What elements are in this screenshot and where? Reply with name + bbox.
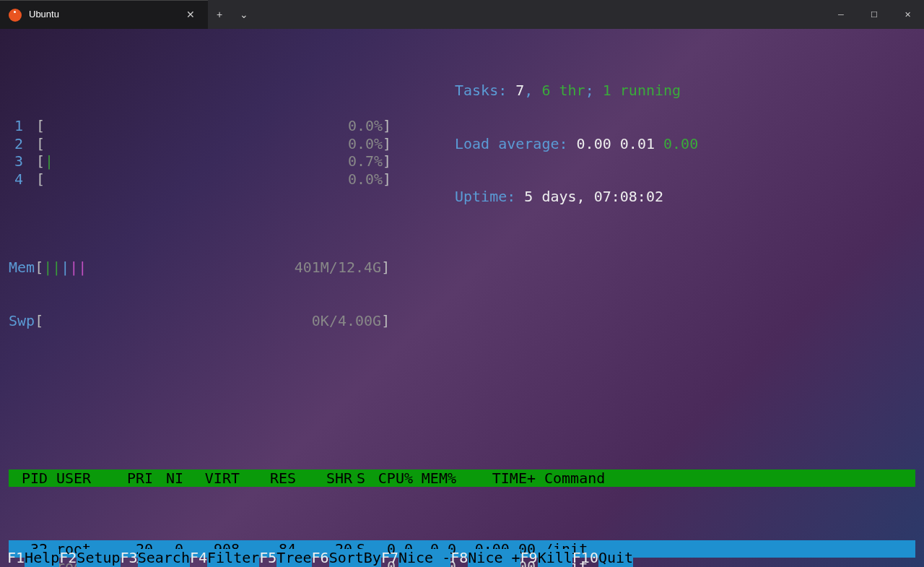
col-mem[interactable]: MEM% (413, 469, 456, 488)
terminal-tab[interactable]: Ubuntu ✕ (0, 0, 208, 29)
window-titlebar: Ubuntu ✕ + ⌄ ─ ☐ ✕ (0, 0, 924, 29)
col-state[interactable]: S (352, 469, 370, 488)
fkey-label[interactable]: Search (138, 549, 190, 567)
fkey-label[interactable]: Tree (276, 549, 311, 567)
col-cpu[interactable]: CPU% (370, 469, 413, 488)
swap-meter: Swp[ 0K/4.00G] (9, 312, 915, 330)
new-tab-button[interactable]: + (208, 6, 231, 24)
fkey-label[interactable]: Filter (207, 549, 259, 567)
close-tab-button[interactable]: ✕ (182, 4, 199, 25)
fkey-f2[interactable]: F2 (59, 549, 77, 567)
tab-title: Ubuntu (29, 6, 59, 24)
fkey-f3[interactable]: F3 (121, 549, 138, 567)
col-shr[interactable]: SHR (296, 469, 352, 488)
maximize-button[interactable]: ☐ (858, 0, 891, 29)
load-line: Load average: 0.00 0.01 0.00 (455, 135, 698, 153)
fkey-label[interactable]: Quit (598, 549, 633, 567)
fkey-f6[interactable]: F6 (312, 549, 329, 567)
htop-display[interactable]: 1 [0.0%]2 [0.0%]3 [|0.7%]4 [0.0%] Mem[ |… (0, 29, 924, 567)
window-controls: ─ ☐ ✕ (824, 0, 924, 29)
fkey-f9[interactable]: F9 (520, 549, 538, 567)
ubuntu-icon (9, 9, 22, 22)
col-time[interactable]: TIME+ (456, 469, 540, 488)
col-virt[interactable]: VIRT (183, 469, 240, 488)
function-key-bar: F1Help F2Setup F3SearchF4FilterF5Tree F6… (7, 549, 915, 567)
fkey-label[interactable]: Nice - (398, 549, 450, 567)
fkey-label[interactable]: Nice + (468, 549, 520, 567)
fkey-label[interactable]: Help (25, 549, 59, 567)
fkey-label[interactable]: Setup (77, 549, 120, 567)
tab-dropdown-button[interactable]: ⌄ (231, 6, 257, 24)
mem-meter: Mem[ |||||401M/12.4G] (9, 259, 915, 277)
minimize-button[interactable]: ─ (824, 0, 858, 29)
system-stats: Tasks: 7, 6 thr; 1 running Load average:… (455, 46, 698, 241)
uptime-line: Uptime: 5 days, 07:08:02 (455, 188, 698, 206)
col-pid[interactable]: PID (9, 469, 52, 488)
close-window-button[interactable]: ✕ (891, 0, 924, 29)
tasks-line: Tasks: 7, 6 thr; 1 running (455, 82, 698, 100)
fkey-f8[interactable]: F8 (450, 549, 468, 567)
fkey-label[interactable]: SortBy (329, 549, 381, 567)
process-table-header[interactable]: PID USER PRI NI VIRT RES SHR S CPU% MEM%… (9, 469, 915, 488)
fkey-f5[interactable]: F5 (259, 549, 276, 567)
fkey-f7[interactable]: F7 (381, 549, 398, 567)
fkey-f10[interactable]: F10 (572, 549, 598, 567)
col-ni[interactable]: NI (153, 469, 183, 488)
col-user[interactable]: USER (52, 469, 114, 488)
col-res[interactable]: RES (240, 469, 296, 488)
col-cmd[interactable]: Command (540, 469, 915, 488)
fkey-label[interactable]: Kill (538, 549, 572, 567)
col-pri[interactable]: PRI (114, 469, 153, 488)
fkey-f4[interactable]: F4 (190, 549, 207, 567)
fkey-f1[interactable]: F1 (7, 549, 25, 567)
